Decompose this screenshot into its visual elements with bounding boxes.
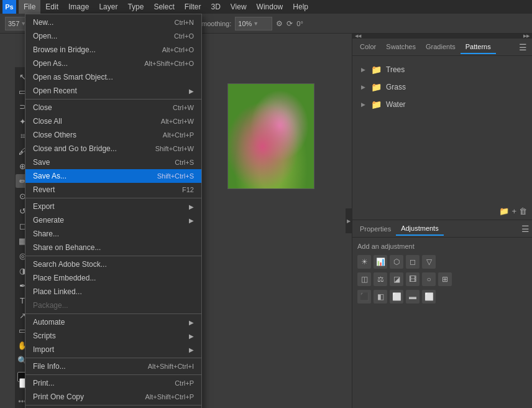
adj-color-balance[interactable]: ⚖ xyxy=(374,272,387,286)
adj-vibrance[interactable]: ▽ xyxy=(422,255,436,269)
menu-3d[interactable]: 3D xyxy=(206,0,225,14)
menu-close-go-bridge[interactable]: Close and Go to Bridge... Shift+Ctrl+W xyxy=(25,142,201,155)
adj-curves[interactable]: ⬡ xyxy=(390,255,403,269)
angle-icon: ⟳ xyxy=(287,19,293,28)
canvas-image xyxy=(227,83,314,189)
delete-pattern-btn[interactable]: 🗑 xyxy=(519,206,527,216)
menu-print[interactable]: Print... Ctrl+P xyxy=(25,376,201,390)
menu-search-stock[interactable]: Search Adobe Stock... xyxy=(25,257,201,271)
top-collapse-arrow-right[interactable]: ▶▶ xyxy=(523,34,530,39)
smoothing-display[interactable]: 10% ▼ xyxy=(235,17,272,30)
adj-color-lookup[interactable]: ⊞ xyxy=(438,272,452,286)
new-folder-btn[interactable]: 📁 xyxy=(499,206,509,216)
divider-7 xyxy=(25,405,201,406)
adj-hue-sat[interactable]: ◫ xyxy=(357,272,371,286)
menu-share[interactable]: Share... xyxy=(25,227,201,241)
patterns-panel-tabs: Color Swatches Gradients Patterns ☰ xyxy=(352,39,532,56)
menu-view[interactable]: View xyxy=(226,0,252,14)
adj-photo-filter[interactable]: 🎞 xyxy=(406,272,420,286)
chevron-trees: ▶ xyxy=(361,67,367,73)
adj-exposure[interactable]: ◻ xyxy=(406,255,420,269)
menu-open-as[interactable]: Open As... Alt+Shift+Ctrl+O xyxy=(25,57,201,70)
tab-color[interactable]: Color xyxy=(355,40,381,54)
menu-image[interactable]: Image xyxy=(63,0,94,14)
menu-edit[interactable]: Edit xyxy=(40,0,63,14)
divider-4 xyxy=(25,313,201,314)
adjustments-content: Add an adjustment ☀ 📊 ⬡ ◻ ▽ ◫ ⚖ ◪ 🎞 ○ ⊞ xyxy=(352,238,532,408)
patterns-panel-menu[interactable]: ☰ xyxy=(516,42,530,52)
menu-scripts[interactable]: Scripts ▶ xyxy=(25,329,201,343)
menu-save-as[interactable]: Save As... Shift+Ctrl+S xyxy=(25,169,201,183)
menu-close[interactable]: Close Ctrl+W xyxy=(25,101,201,114)
divider-5 xyxy=(25,358,201,358)
adj-posterize[interactable]: ◧ xyxy=(374,290,387,304)
menu-layer[interactable]: Layer xyxy=(94,0,122,14)
pattern-item-trees[interactable]: ▶ 📁 Trees xyxy=(357,61,527,78)
pattern-label-water: Water xyxy=(386,100,406,109)
folder-water: 📁 xyxy=(371,100,382,109)
smoothing-options-icon: ⚙ xyxy=(276,19,283,28)
menu-window[interactable]: Window xyxy=(252,0,288,14)
menu-select[interactable]: Select xyxy=(149,0,179,14)
menu-save[interactable]: Save Ctrl+S xyxy=(25,155,201,169)
adj-invert[interactable]: ⬛ xyxy=(357,290,371,304)
menu-open-smart-object[interactable]: Open as Smart Object... xyxy=(25,70,201,84)
pattern-item-grass[interactable]: ▶ 📁 Grass xyxy=(357,78,527,96)
pattern-label-grass: Grass xyxy=(386,83,406,91)
menu-close-all[interactable]: Close All Alt+Ctrl+W xyxy=(25,114,201,128)
menu-help[interactable]: Help xyxy=(288,0,313,14)
menu-print-one-copy[interactable]: Print One Copy Alt+Shift+Ctrl+P xyxy=(25,390,201,404)
adj-icons-row3: ⬛ ◧ ⬜ ▬ ⬜ xyxy=(357,290,527,304)
adjustments-title: Add an adjustment xyxy=(357,243,527,250)
chevron-water: ▶ xyxy=(361,101,367,108)
tab-properties[interactable]: Properties xyxy=(355,223,396,235)
right-panel-collapse[interactable]: ▶ xyxy=(346,208,352,233)
tab-gradients[interactable]: Gradients xyxy=(421,40,461,54)
adj-brightness[interactable]: ☀ xyxy=(357,255,371,269)
chevron-grass: ▶ xyxy=(361,84,367,90)
menu-open-recent[interactable]: Open Recent ▶ xyxy=(25,84,201,98)
divider-2 xyxy=(25,198,201,198)
adj-gradient-map[interactable]: ▬ xyxy=(406,290,420,304)
menubar: Ps File Edit Image Layer Type Select Fil… xyxy=(0,0,532,14)
menu-file[interactable]: File xyxy=(19,0,40,14)
menu-package[interactable]: Package... xyxy=(25,299,201,312)
menu-file-info[interactable]: File Info... Alt+Shift+Ctrl+I xyxy=(25,359,201,373)
pattern-item-water[interactable]: ▶ 📁 Water xyxy=(357,96,527,113)
adj-selective-color[interactable]: ⬜ xyxy=(422,290,436,304)
app-logo: Ps xyxy=(2,0,16,14)
menu-automate[interactable]: Automate ▶ xyxy=(25,315,201,329)
patterns-panel-footer: 📁 + 🗑 xyxy=(352,202,532,220)
menu-revert[interactable]: Revert F12 xyxy=(25,183,201,197)
adj-channel-mixer[interactable]: ○ xyxy=(422,272,436,286)
menu-new[interactable]: New... Ctrl+N xyxy=(25,16,201,29)
menu-filter[interactable]: Filter xyxy=(180,0,206,14)
menu-generate[interactable]: Generate ▶ xyxy=(25,213,201,227)
menu-open[interactable]: Open... Ctrl+O xyxy=(25,29,201,43)
menu-place-embedded[interactable]: Place Embedded... xyxy=(25,271,201,285)
top-collapse-arrow[interactable]: ◀◀ xyxy=(355,34,361,39)
menu-close-others[interactable]: Close Others Alt+Ctrl+P xyxy=(25,128,201,142)
menu-share-behance[interactable]: Share on Behance... xyxy=(25,241,201,254)
adj-levels[interactable]: 📊 xyxy=(374,255,387,269)
menu-place-linked[interactable]: Place Linked... xyxy=(25,285,201,299)
menu-import[interactable]: Import ▶ xyxy=(25,343,201,356)
folder-trees: 📁 xyxy=(371,65,382,75)
adjustments-panel: Properties Adjustments ☰ Add an adjustme… xyxy=(352,220,532,408)
new-pattern-btn[interactable]: + xyxy=(511,206,516,216)
tab-adjustments[interactable]: Adjustments xyxy=(396,222,444,236)
tab-patterns[interactable]: Patterns xyxy=(461,40,496,54)
adjustments-tabs: Properties Adjustments ☰ xyxy=(352,220,532,238)
folder-grass: 📁 xyxy=(371,82,382,92)
menu-browse-bridge[interactable]: Browse in Bridge... Alt+Ctrl+O xyxy=(25,43,201,57)
patterns-panel: ◀◀ ▶▶ Color Swatches Gradients Patterns … xyxy=(352,34,532,220)
patterns-list: ▶ 📁 Trees ▶ 📁 Grass ▶ 📁 Water xyxy=(352,56,532,202)
divider-1 xyxy=(25,99,201,100)
adj-threshold[interactable]: ⬜ xyxy=(390,290,403,304)
menu-export[interactable]: Export ▶ xyxy=(25,200,201,213)
adjustments-menu[interactable]: ☰ xyxy=(521,224,530,234)
divider-3 xyxy=(25,256,201,256)
tab-swatches[interactable]: Swatches xyxy=(381,40,421,54)
adj-bw[interactable]: ◪ xyxy=(390,272,403,286)
menu-type[interactable]: Type xyxy=(122,0,149,14)
